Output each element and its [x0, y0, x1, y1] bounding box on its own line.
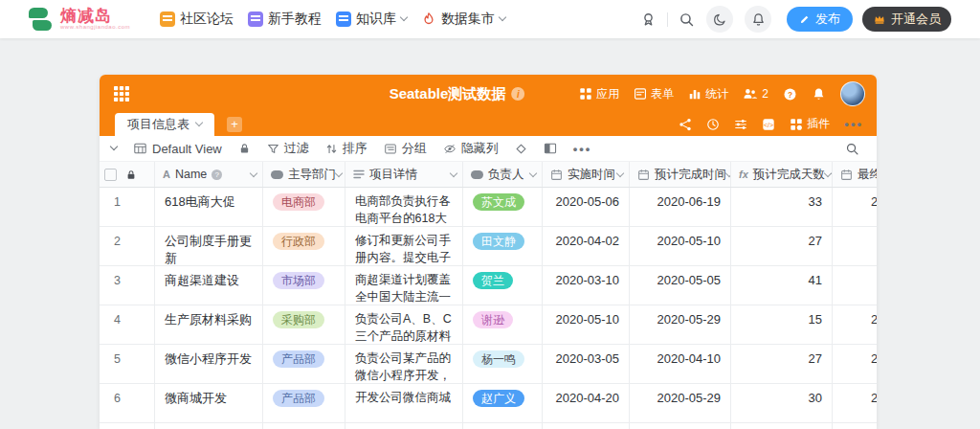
days-cell[interactable]: 33 [731, 188, 833, 226]
final-date-cell[interactable] [833, 423, 877, 429]
help-button[interactable]: ? [783, 87, 797, 102]
row-number[interactable]: 3 [100, 266, 155, 305]
owner-cell[interactable] [463, 423, 543, 429]
start-date-cell[interactable]: 2020-04-20 [543, 384, 630, 422]
sql-query-icon[interactable]: </> [762, 118, 775, 131]
owner-badge[interactable]: 苏文成 [473, 193, 524, 211]
collaborators-button[interactable]: 2 [743, 87, 768, 101]
row-number[interactable] [100, 423, 155, 429]
dept-cell[interactable]: 行政部 [263, 227, 345, 265]
column-info-icon[interactable]: ? [212, 169, 222, 180]
due-date-cell[interactable]: 2020-05-05 [630, 266, 731, 305]
nav-item-knowledge[interactable]: 知识库 [336, 11, 407, 28]
final-date-cell[interactable]: 2 [833, 345, 877, 383]
owner-cell[interactable]: 贺兰 [463, 266, 543, 305]
column-header-4[interactable]: 负责人 [463, 162, 543, 187]
row-color-icon[interactable] [515, 143, 527, 155]
column-header-5[interactable]: 实施时间 [543, 162, 630, 187]
dept-cell[interactable]: 电商部 [263, 188, 345, 226]
final-date-cell[interactable]: 2 [833, 384, 877, 422]
owner-cell[interactable]: 赵广义 [463, 384, 543, 422]
due-date-cell[interactable]: 2020-06-19 [630, 188, 731, 226]
owner-badge[interactable]: 谢逊 [473, 311, 513, 328]
collapse-views-icon[interactable] [110, 143, 118, 150]
dept-cell[interactable]: 产品部 [263, 384, 345, 422]
dept-badge[interactable]: 采购部 [273, 311, 324, 328]
name-cell[interactable]: 微商城开发 [155, 384, 263, 422]
row-number[interactable]: 5 [100, 345, 155, 383]
table-search-icon[interactable] [845, 142, 859, 156]
stats-button[interactable]: 统计 [688, 86, 728, 102]
detail-cell[interactable]: 负责公司A、B、C三个产品的原材料采购。保证... [345, 305, 463, 344]
start-date-cell[interactable] [543, 423, 630, 429]
name-cell[interactable]: 商超渠道建设 [155, 266, 263, 305]
chevron-down-icon[interactable] [335, 169, 343, 176]
start-date-cell[interactable]: 2020-05-10 [543, 305, 630, 344]
select-all-header[interactable] [100, 162, 155, 187]
search-icon[interactable] [679, 11, 695, 28]
detail-cell[interactable] [345, 423, 463, 429]
info-icon[interactable]: i [511, 87, 524, 101]
name-cell[interactable]: 微信小程序开发 [155, 345, 263, 383]
column-header-1[interactable]: AName? [155, 162, 263, 187]
name-cell[interactable] [155, 423, 263, 429]
days-cell[interactable]: 15 [731, 305, 833, 344]
final-date-cell[interactable] [833, 227, 877, 265]
tab-project-info[interactable]: 项目信息表 [115, 113, 214, 136]
site-logo[interactable]: 熵减岛 www.shangjiandao.com [29, 7, 130, 32]
due-date-cell[interactable]: 2020-05-29 [630, 384, 731, 422]
days-cell[interactable]: 41 [731, 266, 833, 305]
lock-view-icon[interactable] [238, 142, 251, 155]
add-table-button[interactable]: + [227, 117, 242, 132]
dark-mode-toggle[interactable] [706, 6, 733, 33]
nav-item-tutorial[interactable]: 新手教程 [248, 11, 322, 28]
dept-badge[interactable]: 市场部 [273, 272, 324, 289]
row-number[interactable]: 6 [100, 384, 155, 422]
days-cell[interactable] [731, 423, 833, 429]
final-date-cell[interactable] [833, 266, 877, 305]
forms-button[interactable]: 表单 [634, 86, 674, 102]
due-date-cell[interactable] [630, 423, 731, 429]
row-number[interactable]: 1 [100, 188, 155, 226]
hide-columns-button[interactable]: 隐藏列 [443, 140, 499, 157]
medal-icon[interactable] [640, 11, 657, 28]
notifications-button[interactable] [745, 6, 771, 33]
freeze-column-icon[interactable] [544, 143, 557, 154]
row-number[interactable]: 4 [100, 305, 155, 344]
row-number[interactable]: 2 [100, 227, 155, 265]
filter-button[interactable]: 过滤 [267, 140, 309, 157]
due-date-cell[interactable]: 2020-05-10 [630, 227, 731, 265]
detail-cell[interactable]: 电商部负责执行各电商平台的618大促活动。 [345, 188, 463, 226]
user-avatar[interactable] [840, 81, 865, 106]
chevron-down-icon[interactable] [529, 169, 537, 176]
sort-button[interactable]: 排序 [325, 140, 368, 157]
group-button[interactable]: 分组 [384, 140, 427, 157]
chevron-down-icon[interactable] [450, 169, 457, 176]
detail-cell[interactable]: 修订和更新公司手册内容。提交电子版和打印... [345, 227, 463, 265]
app-notifications-button[interactable] [812, 87, 826, 102]
chevron-down-icon[interactable] [250, 169, 257, 176]
name-cell[interactable]: 生产原材料采购 [155, 305, 263, 344]
start-date-cell[interactable]: 2020-03-05 [543, 345, 630, 383]
dept-cell[interactable]: 产品部 [263, 345, 345, 383]
detail-cell[interactable]: 商超渠道计划覆盖全中国大陆主流一二线城... [345, 266, 463, 305]
due-date-cell[interactable]: 2020-05-29 [630, 305, 731, 344]
column-header-3[interactable]: 项目详情 [345, 162, 463, 187]
select-all-checkbox[interactable] [104, 169, 117, 181]
start-date-cell[interactable]: 2020-03-10 [543, 266, 630, 305]
name-cell[interactable]: 公司制度手册更新 [155, 227, 263, 265]
dept-cell[interactable] [263, 423, 345, 429]
owner-cell[interactable]: 田文静 [463, 227, 543, 265]
final-date-cell[interactable]: 2 [833, 188, 877, 226]
toolbar-more-icon[interactable]: ••• [573, 142, 592, 156]
days-cell[interactable]: 27 [731, 227, 833, 265]
column-header-6[interactable]: 预计完成时间 [630, 162, 731, 187]
detail-cell[interactable]: 负责公司某产品的微信小程序开发，并完成发... [345, 345, 463, 383]
more-icon[interactable]: ••• [844, 117, 863, 131]
vip-button[interactable]: 开通会员 [862, 7, 951, 32]
name-cell[interactable]: 618电商大促 [155, 188, 263, 226]
chevron-down-icon[interactable] [616, 169, 624, 176]
due-date-cell[interactable]: 2020-04-10 [630, 345, 731, 383]
plugins-button[interactable]: 插件 [790, 116, 830, 132]
owner-badge[interactable]: 田文静 [473, 233, 524, 250]
